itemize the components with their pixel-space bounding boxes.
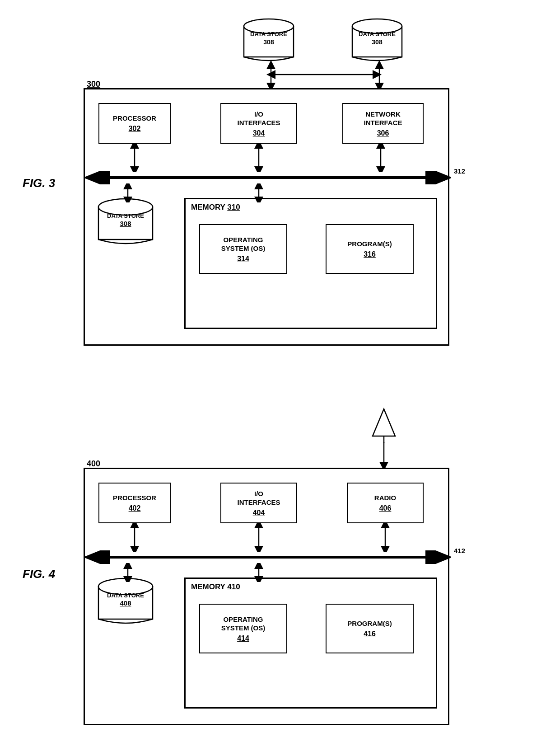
fig3-arr-io-bus bbox=[252, 143, 266, 172]
fig4-arr-proc-bus bbox=[128, 522, 141, 552]
fig4-box-label: 400 bbox=[87, 459, 100, 469]
fig3-arr-proc-bus bbox=[128, 143, 141, 172]
fig3-os: OPERATING SYSTEM (OS) 314 bbox=[199, 224, 287, 274]
fig3-processor: PROCESSOR 302 bbox=[98, 103, 171, 144]
fig3-arr-net-bus bbox=[374, 143, 387, 172]
fig3-datastore-top1: DATA STORE 308 bbox=[239, 18, 298, 63]
fig3-main-box: 300 PROCESSOR 302 I/O INTERFACES 304 NET… bbox=[84, 88, 449, 346]
fig4-label: FIG. 4 bbox=[23, 567, 55, 581]
fig3-arr-bus-mem bbox=[252, 183, 266, 202]
fig3-section: FIG. 3 DATA STORE 308 bbox=[18, 14, 542, 362]
fig3-bus-ref: 312 bbox=[454, 167, 465, 175]
fig4-section: FIG. 4 400 PROCESSOR 402 bbox=[18, 402, 542, 755]
svg-marker-15 bbox=[373, 409, 395, 436]
fig4-radio: RADIO 406 bbox=[347, 483, 424, 523]
fig4-programs: PROGRAM(S) 416 bbox=[326, 604, 414, 653]
fig3-network: NETWORK INTERFACE 306 bbox=[342, 103, 424, 144]
fig4-arr-bus-ds-left bbox=[121, 563, 135, 582]
fig4-io: I/O INTERFACES 404 bbox=[220, 483, 297, 523]
fig4-datastore-left: DATA STORE 408 bbox=[94, 578, 157, 627]
fig3-io: I/O INTERFACES 304 bbox=[220, 103, 297, 144]
fig4-antenna bbox=[370, 407, 397, 443]
fig4-arr-radio-bus bbox=[378, 522, 392, 552]
fig4-main-box: 400 PROCESSOR 402 I/O INTERFACES 404 RAD… bbox=[84, 468, 449, 725]
fig3-label: FIG. 3 bbox=[23, 176, 55, 190]
fig4-arr-io-bus bbox=[252, 522, 266, 552]
fig4-bus bbox=[85, 550, 451, 564]
fig3-datastore-left: DATA STORE 308 bbox=[94, 198, 157, 248]
fig3-programs: PROGRAM(S) 316 bbox=[326, 224, 414, 274]
fig4-arr-bus-mem bbox=[252, 563, 266, 582]
fig3-bus bbox=[85, 171, 451, 184]
fig3-memory-box: MEMORY 310 OPERATING SYSTEM (OS) 314 PRO… bbox=[184, 198, 437, 329]
fig4-memory-box: MEMORY 410 OPERATING SYSTEM (OS) 414 PRO… bbox=[184, 578, 437, 709]
fig3-datastore-top2: DATA STORE 308 bbox=[348, 18, 406, 63]
fig3-arr-bus-ds-left bbox=[121, 183, 135, 202]
fig3-arrow-top-horizontal bbox=[269, 70, 379, 79]
fig4-bus-ref: 412 bbox=[454, 547, 465, 554]
fig4-processor: PROCESSOR 402 bbox=[98, 483, 171, 523]
fig4-os: OPERATING SYSTEM (OS) 414 bbox=[199, 604, 287, 653]
page: FIG. 3 DATA STORE 308 bbox=[0, 0, 560, 756]
fig4-arr-antenna bbox=[377, 441, 391, 468]
fig3-box-label: 300 bbox=[87, 80, 100, 89]
